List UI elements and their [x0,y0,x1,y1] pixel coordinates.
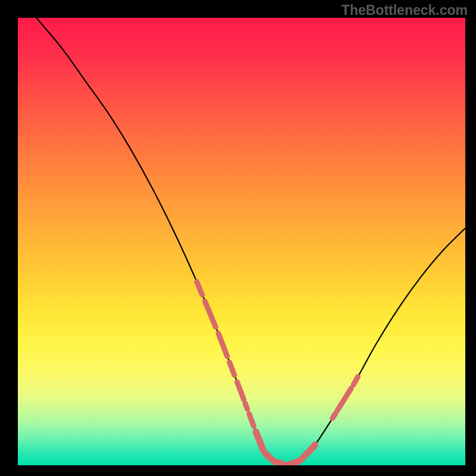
highlight-segment [304,452,309,456]
highlight-segment [337,389,351,411]
highlight-segment [265,453,271,459]
highlight-segment [218,333,227,356]
highlight-segment [256,432,263,450]
highlight-segment [245,403,248,409]
highlight-segment [333,414,336,418]
highlight-segment [353,377,358,385]
highlight-segment [197,282,202,295]
chart-curve-layer [18,18,465,465]
highlight-segment [311,444,315,450]
highlight-segment [249,414,254,426]
chart-plot-area [18,18,465,465]
highlight-segment [205,301,215,327]
attribution-text: TheBottleneck.com [342,2,468,18]
highlight-segment [230,362,234,375]
highlight-segment [237,382,243,400]
highlight-segments [197,282,358,465]
highlight-segment [274,459,302,465]
